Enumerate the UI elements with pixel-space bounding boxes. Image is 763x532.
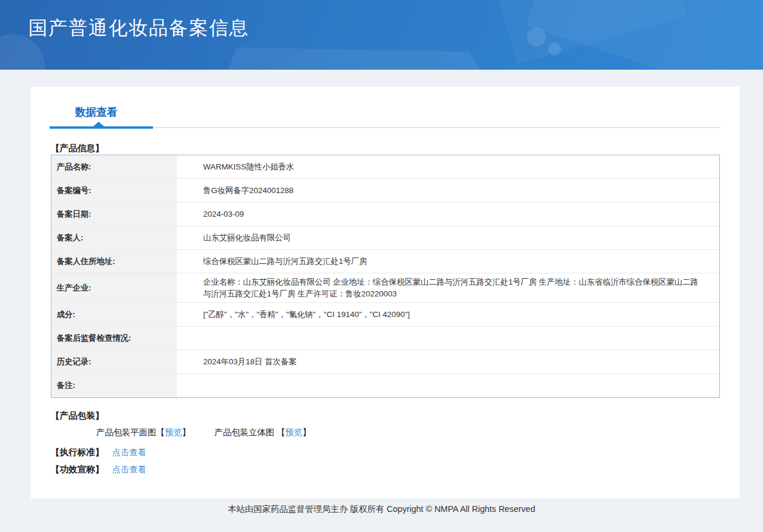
row-label: 备注: [51,374,177,397]
table-row: 成分: ["乙醇"，"水"，"香精"，"氯化钠"，"CI 19140"，"CI … [51,303,719,327]
row-label: 备案后监督检查情况: [51,327,177,350]
product-info-table: 产品名称: WARMKISS随性小姐香水 备案编号: 鲁G妆网备字2024001… [51,155,720,398]
packaging-flat-image-label: 产品包装平面图 [96,427,156,437]
page-title: 国产普通化妆品备案信息 [28,15,249,41]
table-row: 历史记录: 2024年03月18日 首次备案 [51,350,719,374]
preview-flat-image-link[interactable]: 预览 [165,427,182,437]
row-label: 备案编号: [51,179,177,202]
section-title-packaging: 【产品包装】 [51,410,104,422]
packaging-flat-image-item: 产品包装平面图【预览】 [96,427,191,438]
row-value: ["乙醇"，"水"，"香精"，"氯化钠"，"CI 19140"，"CI 4209… [177,303,719,326]
row-label: 备案人: [51,226,177,249]
row-value: 鲁G妆网备字2024001288 [177,179,719,202]
page: { "header": { "title": "国产普通化妆品备案信息" }, … [0,0,763,532]
packaging-3d-image-item: 产品包装立体图 【预览】 [214,427,311,438]
row-value: 2024年03月18日 首次备案 [177,350,719,373]
section-title-product-info: 【产品信息】 [51,143,104,154]
tab-data-view[interactable]: 数据查看 [75,105,118,119]
banner-decor-circle-b [548,43,561,56]
content-card: 数据查看 【产品信息】 产品名称: WARMKISS随性小姐香水 备案编号: 鲁… [31,87,739,498]
table-row: 产品名称: WARMKISS随性小姐香水 [51,155,719,179]
table-row: 备案日期: 2024-03-09 [51,203,719,226]
row-label: 产品名称: [51,155,177,178]
row-label: 成分: [51,303,177,326]
row-value [177,327,719,350]
bracket-open: 【 [156,427,165,437]
standards-row: 【执行标准】点击查看 [51,447,146,458]
table-row: 备案人: 山东艾丽化妆品有限公司 [51,226,719,250]
banner-decor-hexagon [220,47,497,70]
header-banner: 国产普通化妆品备案信息 [0,0,763,70]
claims-label: 【功效宣称】 [51,464,104,474]
banner-decor-circle-a [527,28,546,47]
view-claims-link[interactable]: 点击查看 [112,465,146,474]
view-standards-link[interactable]: 点击查看 [112,448,146,457]
row-label: 生产企业: [51,273,177,302]
row-value: 综合保税区蒙山二路与沂河五路交汇处1号厂房 [177,250,719,273]
bracket-open: 【 [277,427,286,437]
row-value: WARMKISS随性小姐香水 [177,155,719,178]
standards-label: 【执行标准】 [51,447,104,457]
row-label: 历史记录: [51,350,177,373]
row-value [177,374,719,397]
footer: 本站由国家药品监督管理局主办 版权所有 Copyright © NMPA All… [0,498,763,532]
packaging-3d-image-label: 产品包装立体图 [214,427,277,437]
claims-row: 【功效宣称】点击查看 [51,464,146,475]
row-label: 备案日期: [51,203,177,226]
table-row: 生产企业: 企业名称：山东艾丽化妆品有限公司 企业地址：综合保税区蒙山二路与沂河… [51,273,719,303]
table-row: 备案后监督检查情况: [51,327,719,350]
table-row: 备案人住所地址: 综合保税区蒙山二路与沂河五路交汇处1号厂房 [51,250,719,273]
table-row: 备案编号: 鲁G妆网备字2024001288 [51,179,719,203]
tab-active-underline [50,126,153,129]
row-label: 备案人住所地址: [51,250,177,273]
table-row: 备注: [51,374,719,397]
row-value: 企业名称：山东艾丽化妆品有限公司 企业地址：综合保税区蒙山二路与沂河五路交汇处1… [177,273,719,302]
tab-active-arrow-icon [93,122,104,126]
bracket-close: 】 [302,427,311,437]
preview-3d-image-link[interactable]: 预览 [285,427,302,437]
row-value: 山东艾丽化妆品有限公司 [177,226,719,249]
row-value: 2024-03-09 [177,203,719,226]
footer-copyright-text: 本站由国家药品监督管理局主办 版权所有 Copyright © NMPA All… [0,498,763,515]
bracket-close: 】 [182,427,191,437]
